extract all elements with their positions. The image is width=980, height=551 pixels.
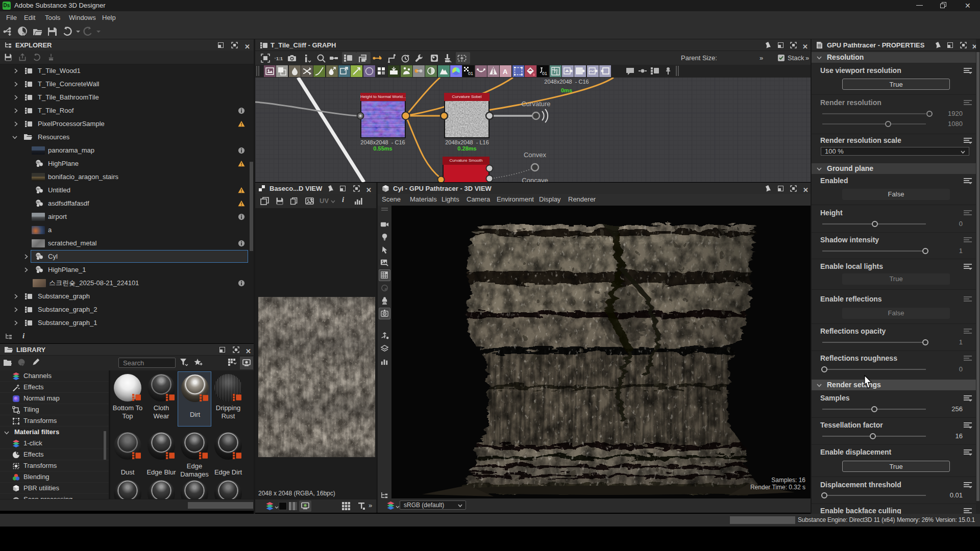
svg-text:A: A: [503, 68, 508, 76]
svg-text:1:1: 1:1: [276, 56, 283, 61]
svg-text:01: 01: [468, 71, 473, 76]
svg-text:01: 01: [542, 71, 547, 76]
